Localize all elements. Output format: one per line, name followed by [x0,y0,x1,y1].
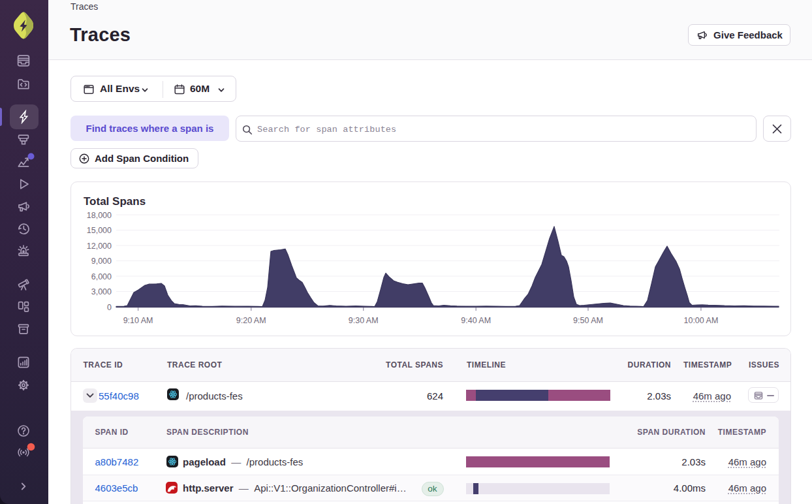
svg-text:9:40 AM: 9:40 AM [461,316,491,325]
svg-text:15,000: 15,000 [87,226,112,235]
svg-text:0: 0 [107,303,112,312]
svg-text:12,000: 12,000 [87,242,112,251]
svg-text:18,000: 18,000 [87,211,112,220]
svg-text:6,000: 6,000 [91,272,112,281]
svg-text:9:50 AM: 9:50 AM [573,316,603,325]
svg-text:10:00 AM: 10:00 AM [683,316,718,325]
svg-text:3,000: 3,000 [91,287,112,296]
svg-text:9:20 AM: 9:20 AM [236,316,266,325]
svg-text:9,000: 9,000 [91,257,112,266]
svg-text:9:30 AM: 9:30 AM [349,316,379,325]
svg-text:9:10 AM: 9:10 AM [123,316,153,325]
